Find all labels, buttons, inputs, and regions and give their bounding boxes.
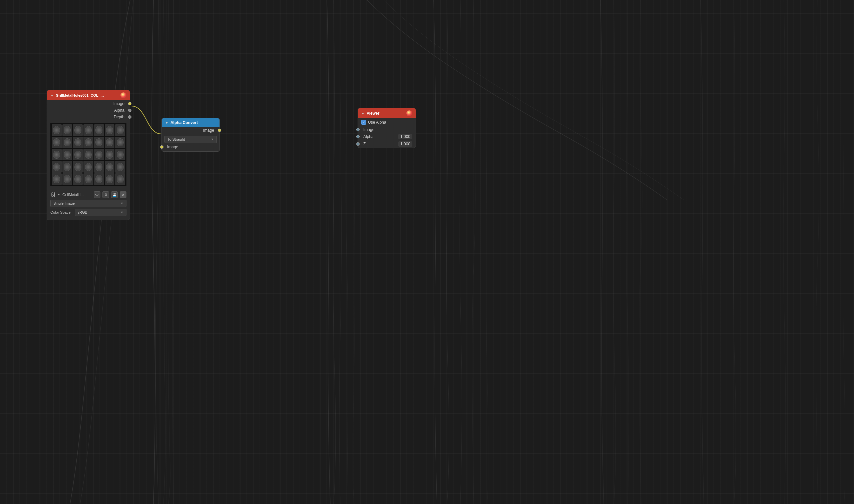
dropdown-arrow-icon[interactable]: ▼ <box>57 193 60 196</box>
node-image-texture-header[interactable]: ▼ GrillMetalHoles001_COL_3K.p... <box>47 90 130 100</box>
socket-label-alpha-out: Alpha <box>114 108 124 113</box>
image-type-dropdown[interactable]: Single Image ▼ <box>50 200 126 207</box>
node-image-texture: ▼ GrillMetalHoles001_COL_3K.p... Image A… <box>47 90 130 220</box>
socket-row-viewer-z: Z 1.000 <box>358 140 416 148</box>
node-alpha-convert-header[interactable]: ▼ Alpha Convert <box>162 118 220 127</box>
copy-button[interactable]: ⧉ <box>102 191 109 198</box>
socket-label-viewer-image: Image <box>363 127 374 132</box>
socket-row-viewer-image: Image <box>358 126 416 133</box>
collapse-arrow-icon[interactable]: ▼ <box>361 112 365 115</box>
use-alpha-label: Use Alpha <box>368 120 386 125</box>
conversion-value: To Straight <box>168 137 185 141</box>
socket-depth-output[interactable] <box>128 115 132 119</box>
node-viewer-header[interactable]: ▼ Viewer <box>358 108 416 118</box>
socket-row-viewer-alpha: Alpha 1.000 <box>358 133 416 140</box>
viewer-z-value: 1.000 <box>398 141 412 147</box>
collapse-arrow-icon[interactable]: ▼ <box>165 121 169 125</box>
socket-label-viewer-z: Z <box>363 142 366 146</box>
checkmark-icon: ✓ <box>362 121 365 124</box>
socket-label-image-out: Image <box>114 101 124 106</box>
use-alpha-row: ✓ Use Alpha <box>358 118 416 126</box>
viewer-alpha-value: 1.000 <box>398 134 412 139</box>
socket-ac-image-output[interactable] <box>218 129 221 132</box>
socket-label-viewer-alpha: Alpha <box>363 134 373 139</box>
image-type-value: Single Image <box>53 201 75 205</box>
socket-row-depth-out: Depth <box>47 114 130 120</box>
use-alpha-checkbox[interactable]: ✓ <box>361 120 366 125</box>
node-image-texture-controls: 🖼 ▼ GrillMetalH... 🛡 ⧉ 💾 ✕ Single Image … <box>47 189 130 220</box>
texture-preview <box>50 123 126 186</box>
socket-row-alpha-out: Alpha <box>47 107 130 114</box>
socket-image-output[interactable] <box>128 102 132 105</box>
save-button[interactable]: 💾 <box>111 191 118 198</box>
node-type-icon <box>120 92 126 98</box>
socket-label-depth-out: Depth <box>114 115 124 119</box>
close-button[interactable]: ✕ <box>120 191 126 198</box>
node-image-texture-title: GrillMetalHoles001_COL_3K.p... <box>56 93 106 97</box>
canvas-background <box>0 0 854 504</box>
node-alpha-convert: ▼ Alpha Convert Image To Straight ▼ Imag… <box>161 118 220 152</box>
conversion-dropdown-icon: ▼ <box>211 138 214 141</box>
conversion-dropdown-wrapper: To Straight ▼ <box>162 134 220 144</box>
color-space-label: Color Space <box>50 210 71 214</box>
image-icon: 🖼 <box>50 192 55 197</box>
socket-label-ac-image-out: Image <box>203 128 214 133</box>
node-viewer: ▼ Viewer ✓ Use Alpha Image Alpha 1.000 Z… <box>358 108 416 148</box>
color-space-row: Color Space sRGB ▼ <box>50 209 126 216</box>
dropdown-icon: ▼ <box>120 202 123 205</box>
socket-viewer-z-input[interactable] <box>356 142 360 146</box>
socket-ac-image-input[interactable] <box>160 145 163 149</box>
collapse-arrow-icon[interactable]: ▼ <box>50 94 54 97</box>
viewer-icon <box>406 110 412 116</box>
color-space-dropdown[interactable]: sRGB ▼ <box>75 209 126 216</box>
socket-label-ac-image-in: Image <box>167 145 178 149</box>
socket-row-alpha-convert-in: Image <box>162 144 220 151</box>
socket-row-alpha-convert-out: Image <box>162 127 220 134</box>
node-alpha-convert-title: Alpha Convert <box>171 120 198 125</box>
image-name-label: GrillMetalH... <box>63 193 92 197</box>
node-viewer-title: Viewer <box>367 111 379 116</box>
image-selector-row: 🖼 ▼ GrillMetalH... 🛡 ⧉ 💾 ✕ <box>50 191 126 198</box>
conversion-dropdown[interactable]: To Straight ▼ <box>164 136 217 143</box>
image-type-row: Single Image ▼ <box>50 200 126 207</box>
socket-alpha-output[interactable] <box>128 109 132 112</box>
color-space-value: sRGB <box>78 210 87 214</box>
color-space-dropdown-icon: ▼ <box>120 211 123 214</box>
socket-viewer-alpha-input[interactable] <box>356 135 360 138</box>
socket-viewer-image-input[interactable] <box>356 128 360 131</box>
socket-row-image-out: Image <box>47 100 130 107</box>
shield-button[interactable]: 🛡 <box>94 191 100 198</box>
